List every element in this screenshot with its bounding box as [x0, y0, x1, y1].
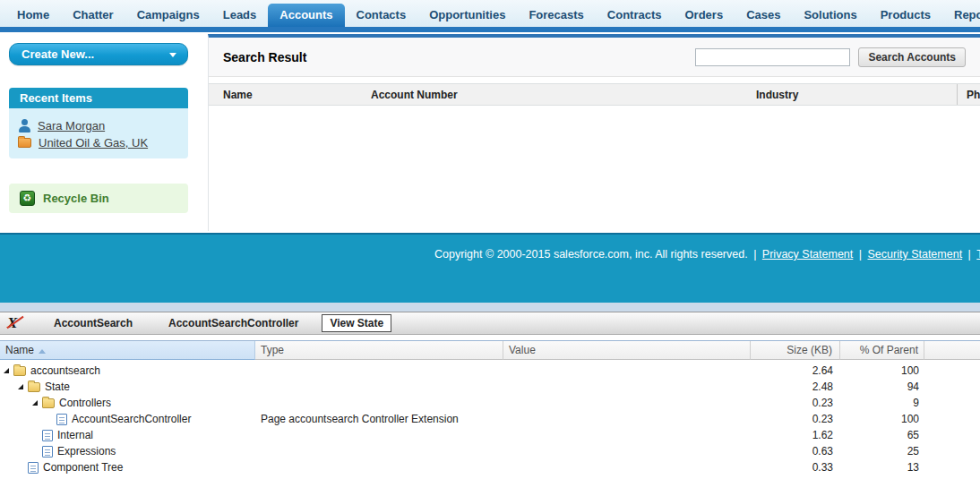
cell-size-kb: 1.62 [751, 429, 840, 441]
cell-pct-of-parent: 100 [840, 413, 924, 425]
column-header-name[interactable]: Name [0, 341, 255, 360]
cell-size-kb: 0.33 [751, 461, 840, 474]
recent-items-title: Recent Items [9, 88, 188, 108]
devtools-tabs: AccountSearchAccountSearchControllerView… [41, 314, 402, 332]
cell-type: Page accountsearch Controller Extension [255, 413, 503, 425]
doc-icon [42, 446, 53, 458]
tab-products[interactable]: Products [869, 4, 942, 27]
recycle-bin-icon [20, 191, 35, 206]
cell-name: accountsearch [0, 364, 255, 377]
table-row[interactable]: State 2.48 94 [0, 379, 980, 395]
cell-name: Expressions [0, 445, 255, 458]
table-row[interactable]: Controllers 0.23 9 [0, 395, 980, 411]
tab-campaigns[interactable]: Campaigns [125, 4, 211, 27]
top-nav-tabs: HomeChatterCampaignsLeadsAccountsContact… [0, 0, 980, 27]
tab-leads[interactable]: Leads [211, 4, 269, 27]
footer-link[interactable]: Security Statement [868, 248, 963, 261]
tab-solutions[interactable]: Solutions [792, 4, 868, 27]
footer-separator: | [962, 248, 976, 261]
tree-node-label: Controllers [59, 397, 111, 409]
cell-pct-of-parent: 65 [840, 429, 924, 441]
footer-link[interactable]: Privacy Statement [762, 248, 853, 261]
devtools-toolbar: X AccountSearchAccountSearchControllerVi… [0, 312, 980, 335]
devtools-tab-accountsearchcontroller[interactable]: AccountSearchController [156, 315, 311, 331]
result-table-header: Name Account Number Industry Pho [209, 83, 980, 106]
cell-size-kb: 0.63 [751, 445, 840, 458]
footer-bottom-strip [0, 303, 980, 312]
column-header-type[interactable]: Type [255, 341, 503, 360]
recycle-bin[interactable]: Recycle Bin [9, 184, 188, 213]
search-accounts-button[interactable]: Search Accounts [858, 47, 966, 67]
copyright-text: Copyright © 2000-2015 salesforce.com, in… [434, 248, 980, 261]
cell-name: AccountSearchController [0, 413, 255, 425]
cell-pct-of-parent: 9 [840, 397, 924, 409]
tab-cases[interactable]: Cases [735, 4, 792, 27]
tab-reports[interactable]: Reports [942, 4, 980, 27]
tab-contracts[interactable]: Contracts [596, 4, 674, 27]
recent-item-link[interactable]: United Oil & Gas, UK [39, 136, 148, 150]
column-header-account-number[interactable]: Account Number [371, 89, 756, 101]
column-header-value[interactable]: Value [503, 341, 751, 360]
recent-items-list: Sara Morgan United Oil & Gas, UK [9, 108, 188, 158]
tree-expand-arrow[interactable] [4, 368, 9, 373]
tab-home[interactable]: Home [5, 4, 61, 27]
cell-size-kb: 2.48 [751, 381, 840, 393]
tree-expand-arrow[interactable] [32, 400, 38, 406]
column-header-pct-of-parent[interactable]: % Of Parent [840, 341, 924, 360]
search-input[interactable] [695, 48, 850, 66]
column-header-size-kb[interactable]: Size (KB) [751, 341, 840, 360]
table-row[interactable]: Component Tree 0.33 13 [0, 459, 980, 475]
footer-link[interactable]: Terms o [976, 248, 980, 261]
person-icon [18, 119, 30, 133]
copyright-label: Copyright © 2000-2015 salesforce.com, in… [434, 248, 748, 261]
tree-node-label: Component Tree [43, 461, 123, 474]
devtools-x-logo-icon: X [7, 314, 29, 332]
recycle-bin-label: Recycle Bin [43, 192, 109, 205]
table-row[interactable]: accountsearch 2.64 100 [0, 363, 980, 379]
recent-items-panel: Recent Items Sara Morgan United Oil & Ga… [9, 88, 188, 158]
devtools-tab-accountsearch[interactable]: AccountSearch [41, 315, 145, 331]
cell-pct-of-parent: 100 [840, 364, 924, 377]
list-item: United Oil & Gas, UK [18, 136, 179, 150]
tab-accounts[interactable]: Accounts [268, 4, 344, 27]
cell-size-kb: 2.64 [751, 364, 840, 377]
column-header-filler [924, 341, 980, 360]
cell-name: Controllers [0, 397, 255, 409]
folder-icon [13, 366, 26, 376]
footer-links: | Privacy Statement | Security Statement… [748, 248, 980, 261]
search-result-panel: Search Result Search Accounts Name Accou… [208, 34, 980, 231]
cell-pct-of-parent: 94 [840, 381, 924, 393]
table-row[interactable]: AccountSearchController Page accountsear… [0, 411, 980, 427]
cell-name: Internal [0, 429, 255, 441]
tab-orders[interactable]: Orders [673, 4, 735, 27]
table-row[interactable]: Expressions 0.63 25 [0, 443, 980, 459]
devtools-rows: accountsearch 2.64 100 State 2.48 94 Con… [0, 360, 980, 496]
tab-forecasts[interactable]: Forecasts [517, 4, 595, 27]
column-header-industry[interactable]: Industry [756, 84, 958, 105]
page-footer: Copyright © 2000-2015 salesforce.com, in… [0, 233, 980, 303]
tree-node-label: Expressions [57, 445, 116, 458]
column-header-phone[interactable]: Pho [958, 89, 980, 101]
tree-expand-arrow[interactable] [18, 384, 23, 389]
content-area: Create New... Recent Items Sara Morgan U… [0, 34, 980, 233]
column-header-name[interactable]: Name [223, 89, 371, 101]
list-item: Sara Morgan [18, 119, 179, 133]
recent-item-link[interactable]: Sara Morgan [38, 119, 105, 133]
page-title: Search Result [223, 50, 306, 64]
create-new-label: Create New... [21, 47, 94, 61]
table-row[interactable]: Internal 1.62 65 [0, 427, 980, 443]
screen: HomeChatterCampaignsLeadsAccountsContact… [0, 0, 980, 496]
cell-pct-of-parent: 25 [840, 445, 924, 458]
folder-icon [18, 138, 31, 148]
tree-node-label: Internal [57, 429, 93, 441]
cell-size-kb: 0.23 [751, 397, 840, 409]
devtools-table-header: Name Type Value Size (KB) % Of Parent [0, 340, 980, 360]
doc-icon [42, 430, 53, 441]
tab-chatter[interactable]: Chatter [61, 4, 125, 27]
create-new-button[interactable]: Create New... [9, 43, 188, 65]
tab-opportunities[interactable]: Opportunities [417, 4, 517, 27]
cell-name: State [0, 381, 255, 393]
footer-separator: | [853, 248, 867, 261]
tab-contacts[interactable]: Contacts [345, 4, 418, 27]
devtools-tab-view-state[interactable]: View State [322, 314, 391, 332]
